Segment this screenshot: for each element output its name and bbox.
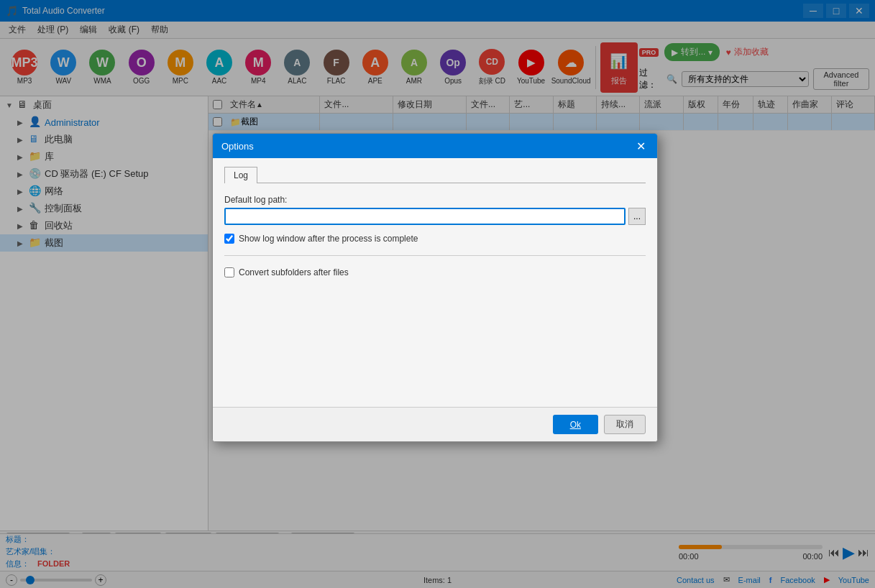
- cancel-button[interactable]: 取消: [604, 415, 646, 434]
- modal-title-bar: Options ✕: [213, 134, 657, 158]
- modal-spacer: [224, 283, 646, 398]
- ok-button[interactable]: Ok: [553, 415, 598, 434]
- separator: [224, 255, 646, 256]
- show-log-row: Show log window after the process is com…: [224, 234, 646, 244]
- modal-overlay: Options ✕ Log Default log path: ... Show…: [0, 0, 875, 588]
- convert-subfolders-checkbox[interactable]: [224, 267, 234, 277]
- options-modal: Options ✕ Log Default log path: ... Show…: [212, 133, 658, 442]
- log-path-label: Default log path:: [224, 195, 646, 205]
- modal-title: Options: [221, 141, 633, 152]
- convert-subfolders-row: Convert subfolders after files: [224, 267, 646, 277]
- show-log-checkbox[interactable]: [224, 234, 234, 244]
- modal-footer: Ok 取消: [213, 407, 657, 441]
- log-path-group: Default log path: ...: [224, 195, 646, 225]
- browse-button[interactable]: ...: [628, 208, 646, 225]
- modal-tab-bar: Log: [224, 167, 646, 183]
- modal-body: Log Default log path: ... Show log windo…: [213, 158, 657, 407]
- modal-close-button[interactable]: ✕: [633, 138, 649, 154]
- show-log-label: Show log window after the process is com…: [239, 234, 418, 244]
- tab-log[interactable]: Log: [224, 167, 257, 183]
- convert-subfolders-label: Convert subfolders after files: [239, 267, 349, 277]
- log-path-input-row: ...: [224, 208, 646, 225]
- log-path-input[interactable]: [224, 208, 626, 225]
